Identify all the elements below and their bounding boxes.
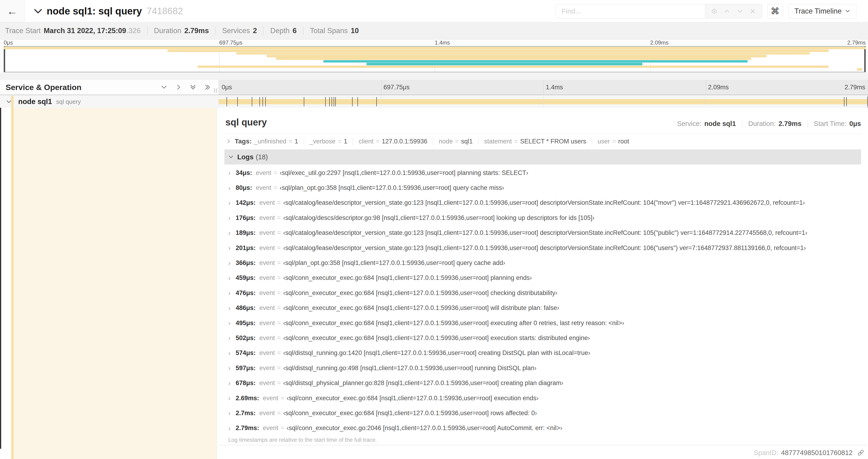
link-icon[interactable] [857, 449, 865, 457]
row-chevron-down-icon[interactable] [6, 99, 12, 104]
trace-timeline-page: ← node sql1: sql query 7418682 [0, 0, 868, 459]
chevron-right-icon[interactable]: › [228, 214, 230, 222]
log-row[interactable]: ›2.79ms:event=‹sql/conn_executor_exec.go… [228, 421, 861, 436]
log-field-value: ‹sql/catalog/lease/descriptor_version_st… [283, 229, 807, 236]
log-body: event=‹sql/conn_executor_exec.go:684 [ns… [263, 395, 538, 402]
equals-sign: = [514, 138, 518, 145]
back-button[interactable]: ← [0, 0, 25, 22]
span-row-name-cell[interactable]: node sql1 sql query [0, 96, 219, 108]
chevron-right-icon[interactable]: › [228, 169, 230, 177]
log-row[interactable]: ›476μs:event=‹sql/conn_executor_exec.go:… [228, 286, 861, 300]
log-field-key: event [259, 365, 275, 371]
log-marker-tick [226, 97, 227, 106]
chevron-right-icon[interactable]: › [228, 304, 230, 312]
minimap-tick-row: 0μs697.75μs1.4ms2.09ms2.79ms [4, 39, 866, 46]
log-row[interactable]: ›459μs:event=‹sql/conn_executor_exec.go:… [228, 270, 861, 286]
log-rows: ›34μs:event=‹sql/exec_util.go:2297 [nsql… [228, 165, 861, 436]
chevron-right-icon[interactable]: › [228, 229, 230, 237]
log-row[interactable]: ›486μs:event=‹sql/conn_executor_exec.go:… [228, 301, 861, 316]
log-field-key: event [259, 334, 275, 341]
equals-sign: = [277, 365, 281, 371]
equals-sign: = [376, 138, 379, 145]
log-row[interactable]: ›80μs:event=‹sql/plan_opt.go:358 [nsql1,… [228, 180, 861, 195]
find-input[interactable] [556, 4, 705, 18]
log-row[interactable]: ›678μs:event=‹sql/distsql_physical_plann… [228, 375, 861, 390]
tag-key: _unfinished [254, 138, 286, 145]
chevron-right-icon[interactable]: › [228, 244, 230, 252]
chevron-right-icon[interactable]: › [228, 334, 230, 342]
logs-section-header[interactable]: Logs (18) [224, 150, 861, 164]
collapse-one-chevron-down-icon[interactable] [161, 84, 167, 90]
log-marker-tick [325, 97, 326, 106]
next-match-chevron-down-icon[interactable] [736, 7, 744, 15]
trace-stat: Trace StartMarch 31 2022, 17:25:09.326 [5, 27, 141, 35]
chevron-right-icon[interactable]: › [228, 319, 230, 327]
equals-sign: = [277, 214, 281, 221]
log-row[interactable]: ›176μs:event=‹sql/catalog/descs/descript… [228, 210, 861, 225]
log-timestamp: 476μs: [236, 289, 256, 297]
chevron-right-icon[interactable]: › [228, 199, 230, 207]
section-gap [0, 73, 868, 80]
log-row[interactable]: ›502μs:event=‹sql/conn_executor_exec.go:… [228, 330, 861, 346]
locate-icon[interactable] [711, 7, 718, 15]
log-row[interactable]: ›495μs:event=‹sql/conn_executor_exec.go:… [228, 316, 861, 330]
log-marker-tick [352, 97, 352, 106]
log-marker-tick [335, 97, 336, 106]
log-row[interactable]: ›597μs:event=‹sql/distsql_running.go:498… [228, 361, 861, 375]
span-detail-head: sql query Service:node sql1Duration:2.79… [219, 108, 866, 134]
log-row[interactable]: ›142μs:event=‹sql/catalog/lease/descript… [228, 195, 861, 210]
log-timestamp: 201μs: [236, 244, 256, 252]
chevron-right-icon[interactable]: › [228, 274, 230, 282]
log-marker-tick [259, 97, 260, 106]
trace-collapse-chevron-down-icon[interactable] [33, 7, 43, 15]
chevron-right-icon[interactable]: › [228, 259, 230, 267]
equals-sign: = [612, 138, 616, 145]
tags-toggle[interactable]: Tags: [227, 138, 252, 145]
chevron-right-icon[interactable]: › [228, 184, 230, 192]
trace-summary-items: Trace StartMarch 31 2022, 17:25:09.326Du… [5, 27, 359, 35]
log-row[interactable]: ›201μs:event=‹sql/catalog/lease/descript… [228, 240, 861, 255]
keyboard-shortcuts-button[interactable]: ⌘ [767, 4, 783, 19]
minimap-right-scrub-handle[interactable] [864, 47, 866, 72]
log-row[interactable]: ›366μs:event=‹sql/plan_opt.go:358 [nsql1… [228, 255, 861, 270]
minimap-span [367, 63, 642, 65]
logs-footnote: Log timestamps are relative to the start… [228, 437, 866, 443]
log-row[interactable]: ›34μs:event=‹sql/exec_util.go:2297 [nsql… [228, 165, 861, 180]
equals-sign: = [277, 349, 281, 356]
chevron-right-icon[interactable]: › [228, 424, 230, 432]
trace-stat: Services2 [222, 27, 257, 35]
minimap-left-scrub-handle[interactable] [4, 47, 5, 72]
chevron-right-icon[interactable]: › [228, 409, 230, 417]
expand-all-double-chevron-right-icon[interactable] [204, 84, 211, 90]
chevron-right-icon[interactable]: › [228, 364, 230, 372]
collapse-all-double-chevron-down-icon[interactable] [190, 84, 196, 90]
clear-search-x-icon[interactable] [749, 7, 756, 15]
log-row[interactable]: ›574μs:event=‹sql/distsql_running.go:142… [228, 346, 861, 361]
trace-stat-value: 2 [253, 27, 257, 35]
chevron-right-icon[interactable]: › [228, 379, 230, 387]
log-row[interactable]: ›2.7ms:event=‹sql/conn_executor_exec.go:… [228, 405, 861, 421]
vertical-scroll-indicator[interactable] [0, 108, 1, 449]
log-row[interactable]: ›189μs:event=‹sql/catalog/lease/descript… [228, 226, 861, 240]
minimap-span [198, 66, 829, 68]
log-row[interactable]: ›2.69ms:event=‹sql/conn_executor_exec.go… [228, 391, 861, 405]
chevron-right-icon[interactable]: › [228, 394, 230, 402]
log-marker-tick [262, 97, 263, 106]
log-field-value: ‹sql/catalog/descs/descriptor.go:98 [nsq… [283, 214, 594, 221]
tag-key: client [359, 138, 373, 145]
logs-label: Logs [237, 153, 253, 161]
trace-stat-label: Services [222, 27, 250, 35]
view-selector-button[interactable]: Trace Timeline [788, 4, 856, 19]
chevron-right-icon [227, 139, 230, 144]
span-operation-name: sql query [56, 98, 81, 105]
expand-one-chevron-right-icon[interactable] [175, 84, 182, 90]
chevron-right-icon[interactable]: › [228, 289, 230, 297]
column-resize-grip[interactable] [214, 88, 217, 93]
chevron-right-icon[interactable]: › [228, 349, 230, 357]
back-arrow-icon: ← [7, 5, 18, 18]
tag-value: 127.0.0.1:59936 [382, 138, 427, 145]
prev-match-chevron-up-icon[interactable] [723, 7, 731, 15]
log-field-value: ‹sql/catalog/lease/descriptor_version_st… [283, 199, 805, 206]
minimap-canvas[interactable] [4, 46, 866, 72]
log-marker-tick [867, 97, 868, 106]
